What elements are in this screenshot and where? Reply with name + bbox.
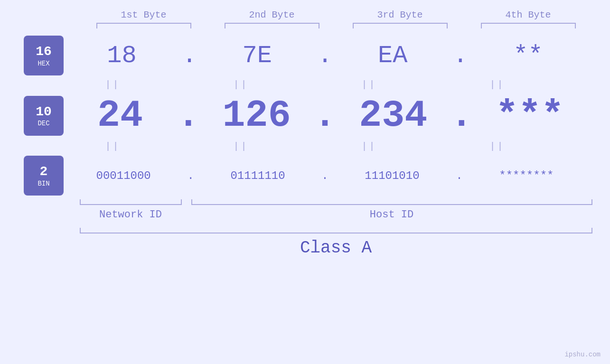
- byte1-header: 1st Byte: [92, 9, 196, 20]
- bracket-2: [225, 23, 319, 28]
- eq1-b1: ||: [61, 79, 165, 90]
- hex-bytes-area: 18 . 7E . EA . **: [64, 42, 586, 70]
- eq1-b3: ||: [317, 79, 422, 90]
- bin-dot1: .: [187, 169, 194, 182]
- bottom-section: Network ID Host ID: [80, 199, 592, 221]
- bin-badge-label: BIN: [38, 180, 49, 187]
- bottom-labels: Network ID Host ID: [80, 209, 592, 221]
- dec-dot2: .: [313, 94, 336, 137]
- eq2-b4: ||: [445, 141, 550, 152]
- hex-b4: **: [480, 42, 575, 70]
- dec-b3: 234: [346, 94, 441, 137]
- equals-row-1: || || || ||: [49, 79, 562, 90]
- equals-row-2: || || || ||: [49, 141, 562, 152]
- network-id-label: Network ID: [80, 209, 182, 221]
- byte4-header: 4th Byte: [476, 9, 581, 20]
- bin-dot3: .: [456, 169, 462, 182]
- eq1-b2: ||: [189, 79, 293, 90]
- dec-badge-label: DEC: [38, 120, 49, 127]
- bottom-bracket-host: [191, 199, 592, 205]
- byte2-header: 2nd Byte: [220, 9, 324, 20]
- class-bracket-line: [80, 228, 592, 233]
- eq2-b2: ||: [189, 141, 293, 152]
- bin-b4: ********: [479, 169, 574, 182]
- hex-b3: EA: [345, 42, 440, 70]
- bin-b3: 11101010: [345, 169, 440, 182]
- host-id-label: Host ID: [191, 209, 592, 221]
- hex-row: 16 HEX 18 . 7E . EA . **: [0, 36, 610, 75]
- hex-dot1: .: [182, 42, 197, 70]
- byte3-header: 3rd Byte: [348, 9, 452, 20]
- bin-row: 2 BIN 00011000 . 01111110 . 11101010 . *…: [0, 156, 610, 196]
- main-container: 1st Byte 2nd Byte 3rd Byte 4th Byte 16 H…: [0, 0, 610, 364]
- bottom-brackets: [80, 199, 592, 205]
- hex-dot2: .: [318, 42, 332, 70]
- dec-badge-num: 10: [36, 104, 52, 120]
- watermark: ipshu.com: [564, 351, 601, 358]
- bin-dot2: .: [321, 169, 328, 182]
- dec-row: 10 DEC 24 . 126 . 234 . ***: [0, 94, 610, 137]
- hex-dot3: .: [453, 42, 468, 70]
- bin-badge-num: 2: [40, 164, 48, 180]
- hex-badge-label: HEX: [38, 60, 49, 67]
- bracket-1: [96, 23, 191, 28]
- hex-badge-num: 16: [36, 44, 52, 60]
- dec-dot1: .: [177, 94, 200, 137]
- bracket-4: [481, 23, 576, 28]
- hex-b2: 7E: [210, 42, 305, 70]
- class-bracket-area: Class A: [80, 228, 592, 258]
- dec-bytes-area: 24 . 126 . 234 . ***: [64, 94, 586, 137]
- class-label: Class A: [80, 238, 592, 258]
- hex-badge: 16 HEX: [24, 36, 64, 75]
- bracket-3: [353, 23, 448, 28]
- hex-b1: 18: [75, 42, 169, 70]
- bottom-bracket-network: [80, 199, 182, 205]
- bin-b1: 00011000: [76, 169, 171, 182]
- eq2-b1: ||: [61, 141, 165, 152]
- dec-dot3: .: [450, 94, 473, 137]
- bin-badge: 2 BIN: [24, 156, 64, 196]
- eq1-b4: ||: [445, 79, 550, 90]
- dec-badge: 10 DEC: [24, 96, 64, 136]
- bin-bytes-area: 00011000 . 01111110 . 11101010 . *******…: [64, 169, 586, 182]
- top-brackets: [80, 23, 592, 28]
- dec-b4: ***: [482, 94, 577, 137]
- byte-headers: 1st Byte 2nd Byte 3rd Byte 4th Byte: [80, 9, 592, 20]
- dec-b2: 126: [209, 94, 304, 137]
- dec-b1: 24: [73, 94, 168, 137]
- bin-b2: 01111110: [210, 169, 305, 182]
- eq2-b3: ||: [317, 141, 422, 152]
